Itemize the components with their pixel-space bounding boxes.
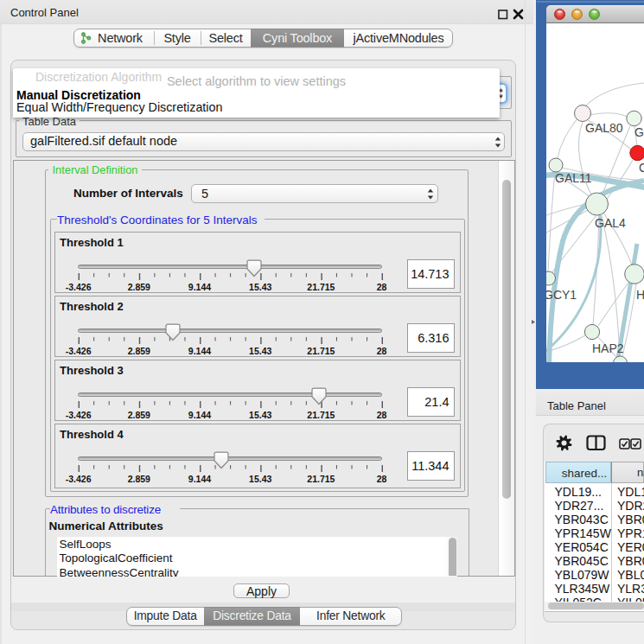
svg-text:GCY1: GCY1 — [546, 288, 577, 302]
svg-text:H: H — [636, 288, 644, 302]
svg-text:GA: GA — [634, 125, 644, 139]
svg-text:GAL4: GAL4 — [595, 216, 626, 230]
svg-text:HAP2: HAP2 — [592, 341, 624, 355]
svg-text:GAL11: GAL11 — [555, 171, 592, 185]
svg-text:C: C — [639, 161, 644, 175]
svg-text:GAL80: GAL80 — [585, 121, 623, 135]
